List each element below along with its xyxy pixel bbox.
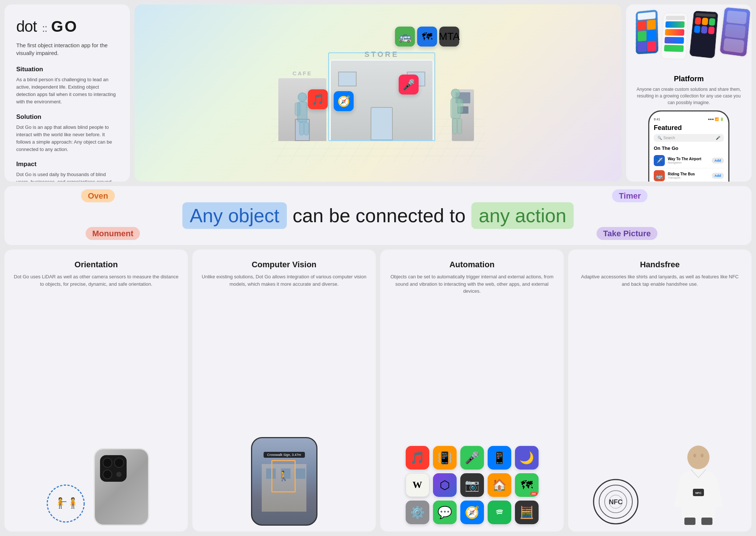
orientation-visual: 🧍 🧍 [13, 448, 179, 526]
situation-section: Situation As a blind person it's challen… [16, 66, 118, 106]
cafe-label: CAFE [293, 70, 312, 76]
handsfree-title: Handsfree [640, 260, 680, 269]
monument-float: Monument [86, 227, 140, 240]
automation-card: Automation Objects can be set to automat… [380, 250, 564, 532]
detection-box: 🚶 [271, 460, 296, 493]
search-icon: 🔍 [657, 136, 662, 140]
app-tagline: The first object interaction app for the… [16, 41, 118, 57]
any-action-pill: any action [471, 202, 574, 229]
hero-inner: STORE CAFE [134, 4, 622, 182]
automation-icon-grid: 🎵 📳 🎤 📱 🌙 W ⬡ 📷 🏠 🗺 280 ⚙️ 💬 🧭 🧮 [404, 444, 540, 526]
handsfree-card: Handsfree Adaptive accessories like shir… [568, 250, 752, 532]
featured-label: Featured [654, 124, 724, 132]
phone-screen-overlay [95, 449, 148, 525]
auto-icon-spotify [488, 501, 511, 524]
svg-point-15 [494, 506, 505, 518]
timer-pill-label: Timer [612, 189, 647, 202]
top-right-panel: Platform Anyone can create custom soluti… [626, 4, 752, 182]
svg-text:NFC: NFC [695, 491, 702, 495]
auto-icon-calc: 🧮 [515, 501, 539, 524]
auto-icon-settings: ⚙️ [406, 501, 429, 524]
auto-icon-music: 🎵 [406, 446, 429, 470]
logo-dot: dot [16, 18, 37, 35]
oven-pill-label: Oven [81, 189, 115, 202]
timer-pill-container: Timer [612, 191, 647, 201]
appstore-screen: 9:41 ●●● 📶 🔋 Featured 🔍 Search 🎤 On The … [649, 111, 728, 182]
phone-mockup-3 [688, 10, 719, 60]
svg-text:🧍: 🧍 [54, 497, 67, 509]
handsfree-desc: Adaptive accessories like shirts and lan… [577, 273, 743, 288]
cv-camera-view: Crosswalk Sign, 3.47m 🚶 [252, 438, 316, 525]
appstore-phone-container: 9:41 ●●● 📶 🔋 Featured 🔍 Search 🎤 On The … [635, 110, 743, 182]
automation-desc: Objects can be set to automatically trig… [389, 273, 555, 295]
add-btn-0[interactable]: Add [712, 158, 724, 164]
transit-icon: MTA [439, 27, 459, 47]
dotted-ring-container: 🧍 🧍 [44, 481, 88, 526]
bus-app-icon: 🚌 [654, 170, 665, 181]
cv-card: Computer Vision Unlike existing solution… [192, 250, 376, 532]
logo-separator: :: [42, 23, 49, 34]
features-grid: Orientation Dot Go uses LiDAR as well as… [4, 250, 752, 532]
cv-title: Computer Vision [252, 260, 317, 269]
appstore-phone: 9:41 ●●● 📶 🔋 Featured 🔍 Search 🎤 On The … [648, 110, 729, 182]
auto-icon-maps: 🗺 280 [515, 473, 539, 497]
storefront-scene: STORE CAFE [271, 23, 485, 163]
impact-section: Impact Dot Go is used daily by thousands… [16, 161, 118, 182]
maps-icon: 🗺 [417, 27, 437, 47]
auto-icon-wiki: W [406, 473, 429, 497]
bus-cat: Transport [668, 176, 709, 179]
app-logo: dot :: GO [16, 18, 118, 35]
automation-title: Automation [449, 260, 494, 269]
solution-section: Solution Dot Go is an app that allows bl… [16, 113, 118, 154]
bus-icon: 🚌 [395, 27, 415, 47]
phone-mockup-4 [718, 6, 752, 58]
airport-info: Way To The Airport Navigation [668, 157, 709, 164]
auto-icon-haptic: 📳 [433, 446, 457, 470]
orientation-card: Orientation Dot Go uses LiDAR as well as… [4, 250, 188, 532]
cv-visual: Crosswalk Sign, 3.47m 🚶 [251, 437, 317, 526]
auto-icon-messages: 💬 [433, 501, 457, 524]
solution-title: Solution [16, 113, 118, 121]
status-bar: 9:41 ●●● 📶 🔋 [654, 117, 724, 121]
mic-icon: 🎤 [716, 136, 720, 140]
monument-float-wrapper: Monument [86, 229, 140, 238]
phone-mockup-1 [635, 8, 660, 55]
person-nfc: NFC [669, 444, 728, 526]
auto-icon-shortcuts: ⬡ [433, 473, 457, 497]
phones-grid-section [626, 4, 752, 67]
appstore-row-0[interactable]: ✈️ Way To The Airport Navigation Add [654, 153, 724, 168]
platform-title: Platform [635, 75, 743, 83]
nfc-container: NFC [592, 478, 640, 526]
situation-text: As a blind person it's challenging to le… [16, 76, 118, 106]
cafe-building: CAFE [278, 78, 326, 141]
svg-text:🧍: 🧍 [66, 497, 79, 509]
any-object-pill: Any object [182, 202, 287, 229]
platform-desc: Anyone can create custom solutions and s… [635, 86, 743, 106]
svg-rect-23 [701, 518, 712, 525]
add-btn-1[interactable]: Add [712, 173, 724, 179]
svg-point-26 [693, 454, 696, 457]
airport-icon: ✈️ [654, 155, 665, 166]
crosswalk-sign: 🚶 [272, 461, 295, 492]
auto-icon-home: 🏠 [488, 473, 511, 497]
on-the-go-label: On The Go [654, 145, 724, 151]
impact-title: Impact [16, 161, 118, 168]
lidar-phone-mockup [94, 448, 149, 526]
platform-section: Platform Anyone can create custom soluti… [626, 67, 752, 182]
appstore-row-1[interactable]: 🚌 Riding The Bus Transport Add [654, 168, 724, 182]
connector-text: can be connected to [293, 205, 465, 227]
auto-icon-safari: 🧭 [460, 501, 484, 524]
orientation-desc: Dot Go uses LiDAR as well as other camer… [13, 273, 179, 288]
takepicture-float: Take Picture [597, 227, 657, 240]
detection-label: Crosswalk Sign, 3.47m [263, 452, 305, 458]
kiosk [452, 89, 474, 141]
svg-rect-22 [684, 518, 695, 525]
airport-name: Way To The Airport [668, 157, 709, 161]
bus-name: Riding The Bus [668, 172, 709, 176]
main-tagline: Any object can be connected to any actio… [182, 202, 574, 229]
search-bar[interactable]: 🔍 Search 🎤 [654, 134, 724, 142]
solution-text: Dot Go is an app that allows blind peopl… [16, 124, 118, 154]
situation-title: Situation [16, 66, 118, 73]
intro-card: dot :: GO The first object interaction a… [4, 4, 130, 182]
logo-go: GO [51, 18, 78, 35]
